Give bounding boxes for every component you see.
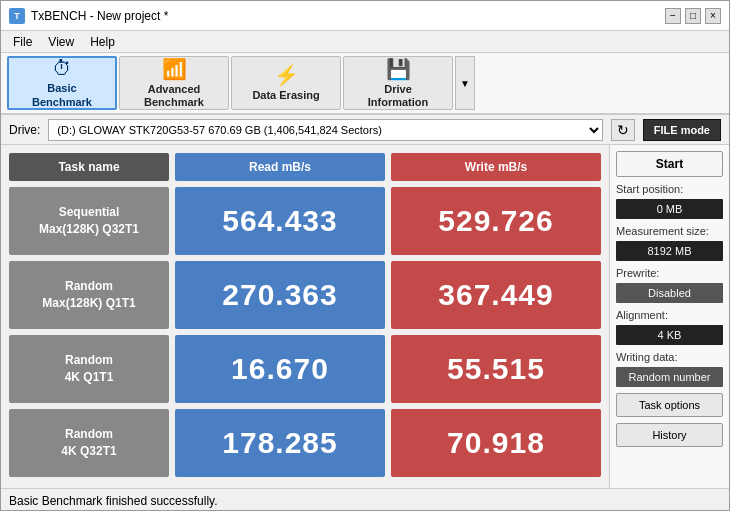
prewrite-label: Prewrite: bbox=[616, 267, 723, 279]
toolbar-drive-information[interactable]: 💾 DriveInformation bbox=[343, 56, 453, 110]
results-area: Task name Read mB/s Write mB/s Sequentia… bbox=[1, 145, 609, 488]
read-val-2: 270.363 bbox=[175, 261, 385, 329]
drive-select[interactable]: (D:) GLOWAY STK720G53-57 670.69 GB (1,40… bbox=[48, 119, 602, 141]
alignment-label: Alignment: bbox=[616, 309, 723, 321]
window-title: TxBENCH - New project * bbox=[31, 9, 168, 23]
history-button[interactable]: History bbox=[616, 423, 723, 447]
measurement-size-label: Measurement size: bbox=[616, 225, 723, 237]
measurement-size-value: 8192 MB bbox=[616, 241, 723, 261]
main-content: Task name Read mB/s Write mB/s Sequentia… bbox=[1, 145, 729, 488]
status-message: Basic Benchmark finished successfully. bbox=[9, 494, 218, 508]
drive-row: Drive: (D:) GLOWAY STK720G53-57 670.69 G… bbox=[1, 115, 729, 145]
task-name-3: Random4K Q1T1 bbox=[9, 335, 169, 403]
write-val-3: 55.515 bbox=[391, 335, 601, 403]
file-mode-button[interactable]: FILE mode bbox=[643, 119, 721, 141]
menu-file[interactable]: File bbox=[5, 33, 40, 51]
status-bar: Basic Benchmark finished successfully. bbox=[1, 488, 729, 511]
read-val-1: 564.433 bbox=[175, 187, 385, 255]
advanced-benchmark-label: AdvancedBenchmark bbox=[144, 83, 204, 109]
data-erasing-icon: ⚡ bbox=[274, 63, 299, 87]
write-val-1: 529.726 bbox=[391, 187, 601, 255]
drive-label: Drive: bbox=[9, 123, 40, 137]
drive-information-label: DriveInformation bbox=[368, 83, 429, 109]
basic-benchmark-label: BasicBenchmark bbox=[32, 82, 92, 108]
write-val-4: 70.918 bbox=[391, 409, 601, 477]
alignment-value: 4 KB bbox=[616, 325, 723, 345]
start-button[interactable]: Start bbox=[616, 151, 723, 177]
read-val-3: 16.670 bbox=[175, 335, 385, 403]
write-val-2: 367.449 bbox=[391, 261, 601, 329]
read-val-4: 178.285 bbox=[175, 409, 385, 477]
task-name-2: RandomMax(128K) Q1T1 bbox=[9, 261, 169, 329]
table-header: Task name Read mB/s Write mB/s bbox=[9, 153, 601, 181]
bench-row-2: RandomMax(128K) Q1T1 270.363 367.449 bbox=[9, 261, 601, 329]
title-bar: T TxBENCH - New project * − □ × bbox=[1, 1, 729, 31]
toolbar: ⏱ BasicBenchmark 📶 AdvancedBenchmark ⚡ D… bbox=[1, 53, 729, 115]
prewrite-value: Disabled bbox=[616, 283, 723, 303]
menu-help[interactable]: Help bbox=[82, 33, 123, 51]
writing-data-label: Writing data: bbox=[616, 351, 723, 363]
menu-bar: File View Help bbox=[1, 31, 729, 53]
drive-refresh-button[interactable]: ↻ bbox=[611, 119, 635, 141]
basic-benchmark-icon: ⏱ bbox=[52, 57, 72, 80]
col-task-header: Task name bbox=[9, 153, 169, 181]
minimize-button[interactable]: − bbox=[665, 8, 681, 24]
right-panel: Start Start position: 0 MB Measurement s… bbox=[609, 145, 729, 488]
writing-data-value: Random number bbox=[616, 367, 723, 387]
bench-row-4: Random4K Q32T1 178.285 70.918 bbox=[9, 409, 601, 477]
task-options-button[interactable]: Task options bbox=[616, 393, 723, 417]
col-write-header: Write mB/s bbox=[391, 153, 601, 181]
toolbar-advanced-benchmark[interactable]: 📶 AdvancedBenchmark bbox=[119, 56, 229, 110]
toolbar-dropdown[interactable]: ▼ bbox=[455, 56, 475, 110]
start-position-value: 0 MB bbox=[616, 199, 723, 219]
maximize-button[interactable]: □ bbox=[685, 8, 701, 24]
task-name-1: SequentialMax(128K) Q32T1 bbox=[9, 187, 169, 255]
close-button[interactable]: × bbox=[705, 8, 721, 24]
col-read-header: Read mB/s bbox=[175, 153, 385, 181]
start-position-label: Start position: bbox=[616, 183, 723, 195]
task-name-4: Random4K Q32T1 bbox=[9, 409, 169, 477]
app-icon: T bbox=[9, 8, 25, 24]
bench-row-3: Random4K Q1T1 16.670 55.515 bbox=[9, 335, 601, 403]
data-erasing-label: Data Erasing bbox=[252, 89, 319, 102]
window-controls[interactable]: − □ × bbox=[665, 8, 721, 24]
drive-information-icon: 💾 bbox=[386, 57, 411, 81]
toolbar-data-erasing[interactable]: ⚡ Data Erasing bbox=[231, 56, 341, 110]
advanced-benchmark-icon: 📶 bbox=[162, 57, 187, 81]
toolbar-basic-benchmark[interactable]: ⏱ BasicBenchmark bbox=[7, 56, 117, 110]
menu-view[interactable]: View bbox=[40, 33, 82, 51]
bench-row-1: SequentialMax(128K) Q32T1 564.433 529.72… bbox=[9, 187, 601, 255]
title-bar-left: T TxBENCH - New project * bbox=[9, 8, 168, 24]
